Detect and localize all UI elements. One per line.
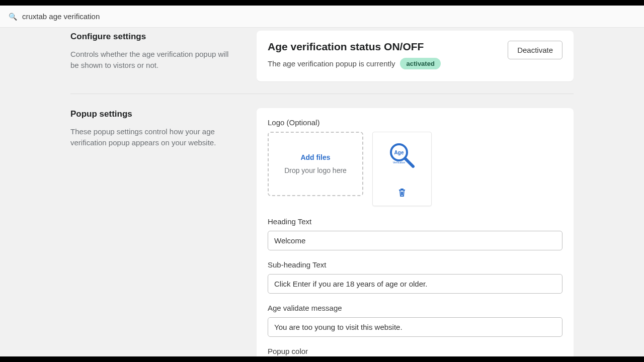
drop-hint: Drop your logo here (284, 166, 347, 174)
svg-text:Verification: Verification (393, 161, 406, 164)
popup-color-label: Popup color (268, 347, 562, 355)
window-title: cruxtab age verification (22, 12, 100, 21)
status-card: Age verification status ON/OFF The age v… (257, 31, 574, 81)
popup-heading: Popup settings (70, 109, 236, 119)
logo-preview: Age Verification (372, 132, 432, 206)
trash-icon (398, 188, 406, 197)
section-popup: Popup settings These popup settings cont… (70, 94, 574, 356)
svg-line-2 (405, 158, 413, 166)
logo-label: Logo (Optional) (268, 118, 562, 127)
subheading-text-input[interactable] (268, 274, 562, 294)
heading-text-label: Heading Text (268, 217, 562, 226)
deactivate-button[interactable]: Deactivate (508, 41, 562, 59)
logo-dropzone[interactable]: Add files Drop your logo here (268, 132, 363, 196)
delete-logo-button[interactable] (396, 186, 408, 201)
heading-text-input[interactable] (268, 231, 562, 250)
window-title-bar: 🔍 cruxtab age verification (0, 6, 644, 28)
popup-description: These popup settings control how your ag… (70, 126, 236, 148)
configure-heading: Configure settings (70, 32, 236, 42)
svg-text:Age: Age (394, 150, 404, 155)
section-configure: Configure settings Controls whether the … (70, 29, 574, 94)
popup-card: Logo (Optional) Add files Drop your logo… (257, 108, 574, 356)
add-files-button[interactable]: Add files (300, 153, 330, 161)
status-badge: activated (400, 58, 440, 69)
age-message-input[interactable] (268, 317, 562, 337)
subheading-text-label: Sub-heading Text (268, 260, 562, 269)
status-subtitle: The age verification popup is currently (268, 59, 395, 68)
magnifier-age-icon: Age Verification (387, 141, 417, 171)
configure-description: Controls whether the age verification po… (70, 49, 236, 71)
letterbox-top (0, 0, 644, 6)
status-title: Age verification status ON/OFF (268, 41, 441, 53)
age-message-label: Age validate message (268, 304, 562, 312)
letterbox-bottom (0, 356, 644, 362)
app-icon: 🔍 (8, 12, 17, 21)
